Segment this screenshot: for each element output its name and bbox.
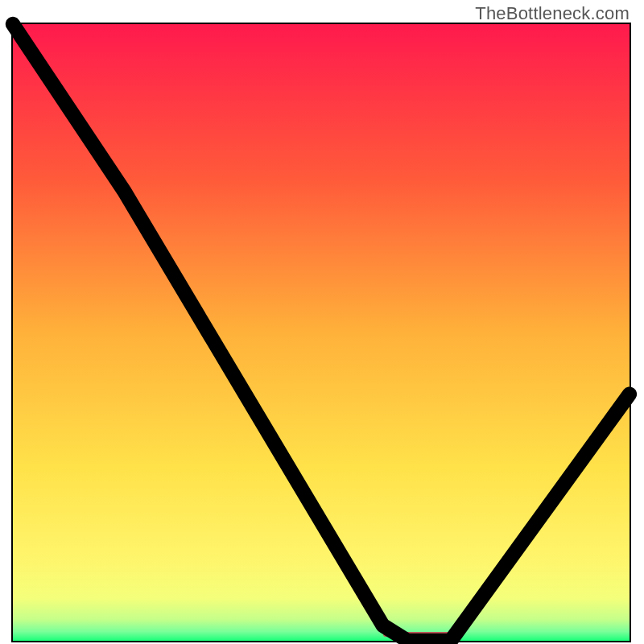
bottleneck-curve-path	[13, 24, 630, 641]
watermark-text: TheBottleneck.com	[475, 3, 630, 24]
plot-frame	[11, 23, 631, 642]
bottleneck-curve-svg	[13, 24, 630, 641]
